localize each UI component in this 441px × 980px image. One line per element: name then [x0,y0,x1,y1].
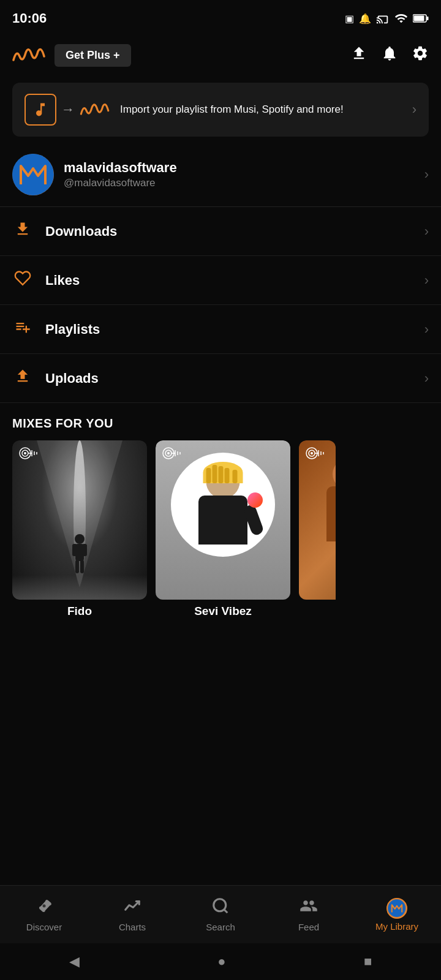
charts-label: Charts [119,922,146,932]
status-icons: ▣ 🔔 [345,12,429,25]
fido-live-badge [18,447,42,463]
settings-button[interactable] [412,45,429,66]
playlists-icon [12,318,33,340]
import-wave-logo [80,100,110,119]
mix-card-img-fido [12,440,147,600]
svg-point-12 [24,452,26,454]
import-chevron-icon: › [412,102,417,118]
svg-point-31 [43,905,46,908]
uploads-chevron-icon: › [424,371,429,386]
upload-button[interactable] [350,45,368,66]
mix-card-label-fido: Fido [12,600,147,620]
likes-icon [12,270,33,291]
downloads-item[interactable]: Downloads › [0,207,441,256]
uploads-item[interactable]: Uploads › [0,354,441,403]
audiomack-logo [12,44,46,66]
import-text: Import your playlist from Musi, Spotify … [120,102,402,117]
avatar [12,154,54,195]
status-time: 10:06 [12,10,47,26]
top-nav: Get Plus + [0,34,441,77]
svg-point-3 [12,154,54,195]
profile-handle: @malavidasoftware [64,177,415,189]
playlists-chevron-icon: › [424,322,429,337]
mix-card-img-sevi [156,440,290,600]
profile-row[interactable]: malavidasoftware @malavidasoftware › [0,143,441,207]
search-label: Search [206,922,235,932]
svg-rect-8 [75,560,79,573]
downloads-label: Downloads [45,224,412,239]
svg-point-34 [388,900,405,917]
downloads-icon [12,221,33,242]
uploads-label: Uploads [45,371,412,386]
get-plus-button[interactable]: Get Plus + [55,44,131,67]
tab-search[interactable]: Search [176,897,265,932]
svg-rect-9 [80,560,84,573]
likes-label: Likes [45,273,412,288]
profile-chevron-icon: › [424,167,429,183]
tab-my-library[interactable]: My Library [353,898,441,932]
mixes-title: MIXES FOR YOU [12,417,429,431]
svg-point-19 [167,452,170,454]
profile-name: malavidasoftware [64,160,415,176]
tab-discover[interactable]: Discover [0,897,88,932]
nav-right-icons [350,45,429,66]
svg-rect-2 [427,17,429,20]
playlists-label: Playlists [45,322,412,337]
feed-label: Feed [298,922,319,932]
my-library-label: My Library [375,921,418,932]
battery-icon [413,13,429,23]
mix-card-sevi[interactable]: Sevi Vibez [156,440,290,620]
playlist-icon [24,94,56,126]
mix-card-img-third [299,440,336,600]
svg-rect-6 [72,544,77,556]
home-button[interactable]: ● [217,954,225,970]
tab-charts[interactable]: Charts [88,897,176,932]
feed-icon [300,897,318,919]
mixes-scroll: Fido [12,440,429,620]
svg-line-33 [224,910,227,913]
mixes-section: MIXES FOR YOU [0,403,441,628]
uploads-icon [12,368,33,389]
wifi-icon [394,12,408,25]
import-arrow-icon: → [61,102,75,118]
likes-chevron-icon: › [424,273,429,288]
back-button[interactable]: ◀ [69,954,80,970]
notification-button[interactable] [381,45,398,66]
system-bar: ◀ ● ■ [0,943,441,980]
sim-icon: ▣ [345,13,354,24]
playlists-item[interactable]: Playlists › [0,305,441,354]
status-bar: 10:06 ▣ 🔔 [0,0,441,34]
recent-button[interactable]: ■ [364,954,372,970]
import-icons: → [24,94,110,126]
my-library-icon [386,898,407,919]
notification-icon: 🔔 [359,13,371,24]
bottom-nav: Discover Charts Search Feed [0,885,441,943]
discover-label: Discover [26,922,62,932]
svg-point-4 [75,534,85,544]
svg-point-26 [311,452,313,454]
likes-item[interactable]: Likes › [0,256,441,305]
svg-point-32 [214,899,226,911]
profile-info: malavidasoftware @malavidasoftware [64,160,415,189]
mix-card-third[interactable] [299,440,336,620]
discover-icon [35,897,53,919]
svg-rect-7 [82,544,87,556]
import-banner[interactable]: → Import your playlist from Musi, Spotif… [12,83,429,137]
svg-rect-1 [414,16,424,21]
sevi-live-badge [162,447,185,463]
mix-card-label-sevi: Sevi Vibez [156,600,290,620]
tab-feed[interactable]: Feed [265,897,353,932]
downloads-chevron-icon: › [424,224,429,239]
mix-card-fido[interactable]: Fido [12,440,147,620]
search-icon [211,897,230,919]
cast-icon [376,12,390,25]
charts-icon [123,897,141,919]
